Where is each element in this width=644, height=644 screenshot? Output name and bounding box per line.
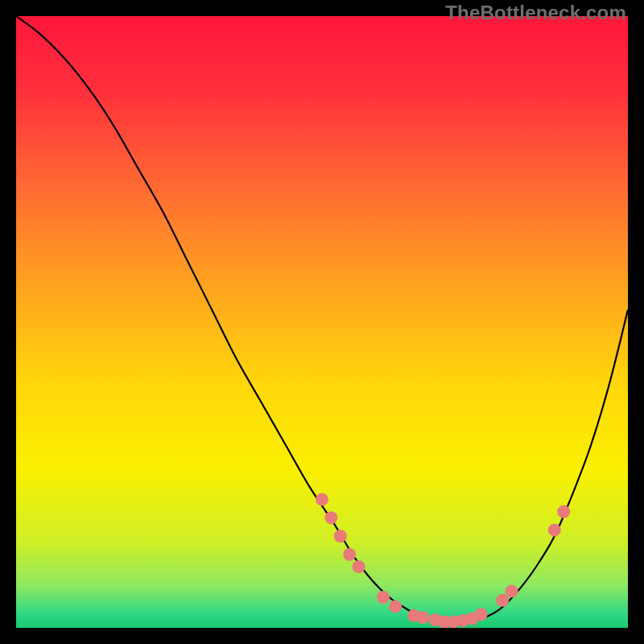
marker-dot: [343, 548, 356, 561]
marker-dot: [416, 611, 429, 624]
marker-dot: [548, 523, 561, 536]
marker-dot: [334, 530, 347, 543]
marker-dot: [377, 591, 390, 604]
marker-dot: [506, 584, 518, 597]
marker-dot: [324, 511, 337, 524]
marker-dot: [389, 600, 402, 613]
marker-dot: [316, 493, 328, 506]
marker-dot: [353, 560, 365, 573]
marker-dot: [557, 506, 570, 518]
watermark-text: TheBottleneck.com: [445, 2, 626, 24]
marker-dot: [496, 594, 509, 607]
marker-dot: [475, 608, 488, 621]
bottleneck-chart: [16, 16, 628, 628]
chart-background: [16, 16, 628, 628]
